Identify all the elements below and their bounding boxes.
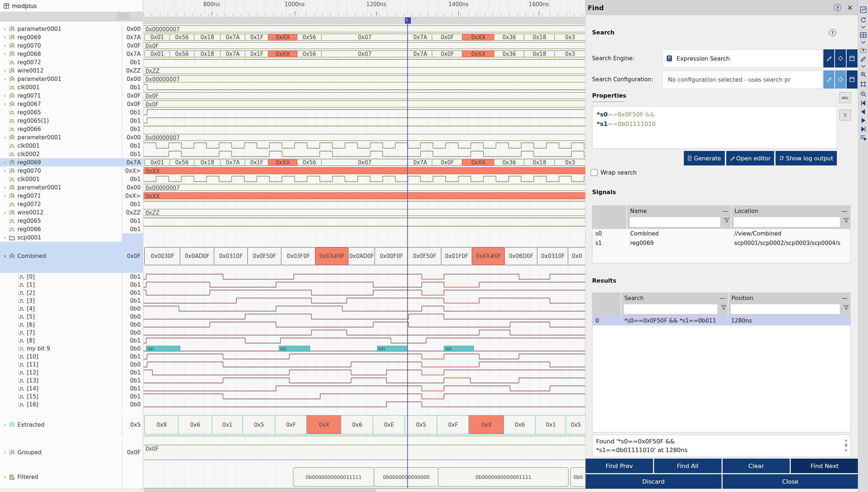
find-next-button[interactable]: Find Next <box>791 459 858 473</box>
tree-item--5-[interactable]: [5]0b0 <box>0 313 143 321</box>
tree-item--13-[interactable]: [13]0b1 <box>0 377 143 385</box>
chevron-collapsed-icon[interactable]: › <box>2 102 8 107</box>
clear-engine-button[interactable] <box>835 49 846 67</box>
chevron-collapsed-icon[interactable]: › <box>2 77 8 82</box>
frame-icon[interactable] <box>859 80 867 88</box>
tree-item--15-[interactable]: [15]0b1 <box>0 393 143 401</box>
help-icon[interactable]: ? <box>834 4 841 11</box>
wave-row-parameter0001[interactable]: 0x00000007 <box>144 25 585 33</box>
expression-editor[interactable]: *s0==0x0F50F &&*s1==0b01111010 <box>592 106 837 149</box>
wave-row--11-[interactable] <box>144 361 585 369</box>
filter-funnel-icon[interactable] <box>724 218 729 225</box>
wave-row-parameter0001[interactable]: 0x00000007 <box>144 75 585 83</box>
chevron-collapsed-icon[interactable]: › <box>2 93 8 98</box>
edit-engine-button[interactable] <box>823 49 834 67</box>
wave-row--4-[interactable] <box>144 305 585 313</box>
tree-item-extracted[interactable]: ›Extracted0x5 <box>0 414 143 436</box>
wave-row-parameter0001[interactable]: 0x00000007 <box>144 133 585 142</box>
header-col-1[interactable]: Name— <box>627 206 732 216</box>
tree-item--10-[interactable]: [10]0b1 <box>0 353 143 361</box>
wave-row-reg0067[interactable]: 0x0F <box>144 100 585 108</box>
wave-row--2-[interactable] <box>144 289 585 297</box>
tree-item-reg0070[interactable]: ›reg00700x0F <box>0 41 143 50</box>
tree-item-reg0070[interactable]: ›reg00700xX> <box>0 167 143 175</box>
tree-item-reg0069[interactable]: ›reg00690x7A <box>0 33 143 41</box>
minimize-column-icon[interactable]: — <box>842 208 848 214</box>
open-editor-button[interactable]: Open editor <box>726 151 774 165</box>
clear-button[interactable]: Clear <box>723 459 790 473</box>
wave-row--7-[interactable] <box>144 329 585 337</box>
text-mode-button[interactable]: abc <box>839 92 851 103</box>
tree-item--7-[interactable]: [7]0b0 <box>0 329 143 337</box>
table-row[interactable]: s0Combined//view/Combined <box>592 229 850 238</box>
wave-row--15-[interactable] <box>144 393 585 401</box>
chevron-collapsed-icon[interactable]: › <box>2 193 8 198</box>
chevron-collapsed-icon[interactable]: › <box>2 26 8 32</box>
tree-item-wire0012[interactable]: ›wire00120xZZ <box>0 66 143 75</box>
chevron-collapsed-icon[interactable]: › <box>2 68 8 73</box>
tree-item-clk0001[interactable]: clk00010b1 <box>0 142 143 150</box>
filter-input[interactable] <box>733 217 840 227</box>
waveform-area[interactable]: 800ns1000ns1200ns1400ns1600ns 0x00000007… <box>144 0 585 492</box>
wrap-search-row[interactable]: Wrap search <box>591 169 637 176</box>
time-cursor-line[interactable] <box>407 24 408 488</box>
wave-row-reg0072[interactable] <box>144 58 585 66</box>
wave-row-clk0001[interactable] <box>144 175 585 183</box>
wave-row--1-[interactable] <box>144 281 585 289</box>
wave-row-wire0012[interactable]: 0xZZ <box>144 66 585 75</box>
tree-item-reg0067[interactable]: ›reg00670x0F <box>0 100 143 108</box>
tree-item--4-[interactable]: [4]0b0 <box>0 305 143 313</box>
chevron-collapsed-icon[interactable]: › <box>2 422 8 427</box>
chevron-collapsed-icon[interactable]: › <box>2 185 8 190</box>
chevron-collapsed-icon[interactable]: › <box>2 135 8 140</box>
wave-row-parameter0001[interactable]: 0x00000007 <box>144 183 585 192</box>
tree-item-reg0066[interactable]: reg00660b1 <box>0 125 143 133</box>
next-icon[interactable] <box>859 116 867 124</box>
chevron-expanded-icon[interactable]: ∨ <box>2 254 8 259</box>
status-scroll-arrows[interactable]: ▲▼ <box>844 438 848 452</box>
tree-item-scp0001[interactable]: ›scp0001 <box>0 233 143 242</box>
wave-row--3-[interactable] <box>144 297 585 305</box>
tree-item-reg0072[interactable]: reg00720b1 <box>0 200 143 208</box>
close-icon[interactable]: ✕ <box>847 4 853 12</box>
engine-window-button[interactable] <box>847 49 857 67</box>
config-window-button[interactable] <box>847 70 857 89</box>
table-row[interactable]: s1reg0069scp0001/scp0002/scp0003/scp0004… <box>592 238 850 248</box>
tree-column-header[interactable] <box>0 12 143 21</box>
filter-funnel-icon[interactable] <box>843 305 849 312</box>
wave-row-reg0072[interactable] <box>144 200 585 208</box>
find-prev-button[interactable]: Find Prev <box>586 459 653 473</box>
tree-item--8-[interactable]: [8]0b1 <box>0 337 143 345</box>
wave-row-extracted[interactable]: 0x80x60x10x50xF0xX0x60xE0x50xF0xX0x60x10… <box>144 414 585 436</box>
wave-row--14-[interactable] <box>144 385 585 393</box>
waveform-rows[interactable]: 0x000000070x010x560x180x7A0x1F0xXX0x560x… <box>144 0 585 488</box>
wave-row-reg0071[interactable]: 0x0F <box>144 91 585 100</box>
edit-config-button[interactable] <box>823 70 834 89</box>
wave-row--12-[interactable] <box>144 369 585 377</box>
find-all-button[interactable]: Find All <box>654 459 722 473</box>
tree-item--3-[interactable]: [3]0b1 <box>0 297 143 305</box>
chevron-collapsed-icon[interactable]: › <box>2 450 8 455</box>
wave-row--6-[interactable] <box>144 321 585 329</box>
header-col-2[interactable]: Position— <box>729 293 850 303</box>
filter-input[interactable] <box>629 217 720 227</box>
tree-item-parameter0001[interactable]: ›parameter00010x00 <box>0 183 143 192</box>
wave-row--16-[interactable] <box>144 401 585 409</box>
header-col-1[interactable]: Search— <box>621 293 729 303</box>
chevron-collapsed-icon[interactable]: › <box>2 43 8 48</box>
prev-icon[interactable] <box>859 108 867 116</box>
wave-row-wire0012[interactable]: 0xZZ <box>144 208 585 217</box>
tree-item-reg0068[interactable]: ›reg00680x7A <box>0 50 143 58</box>
wave-row-filtered[interactable]: 0b00000000000111110b00000000000000b00000… <box>144 466 585 488</box>
horizontal-scrollbar[interactable] <box>0 488 585 492</box>
minimize-column-icon[interactable]: — <box>842 295 848 302</box>
tree-item--2-[interactable]: [2]0b1 <box>0 289 143 297</box>
wave-row--0-[interactable] <box>144 273 585 281</box>
chevron-collapsed-icon[interactable]: › <box>2 160 8 165</box>
tree-item-parameter0001[interactable]: ›parameter00010x00 <box>0 133 143 142</box>
sync-icon[interactable] <box>859 16 867 24</box>
chevron-collapsed-icon[interactable]: › <box>2 35 8 40</box>
skip-end-icon[interactable] <box>859 125 867 133</box>
chevron-collapsed-icon[interactable]: › <box>2 168 8 173</box>
tree-item--12-[interactable]: [12]0b1 <box>0 369 143 377</box>
